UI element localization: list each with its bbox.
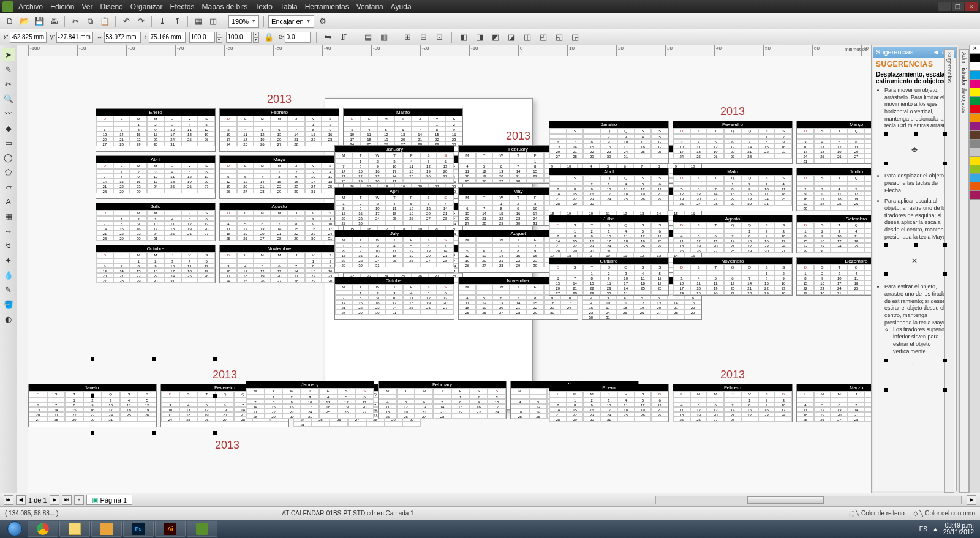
menu-ver[interactable]: Ver <box>81 2 92 11</box>
pick-tool-icon[interactable]: ➤ <box>2 48 15 61</box>
rotation-field[interactable] <box>285 32 311 43</box>
connector-tool-icon[interactable]: ↯ <box>2 239 15 252</box>
undo-icon[interactable]: ↶ <box>120 15 132 28</box>
selection-handle[interactable] <box>91 357 94 361</box>
options-icon[interactable]: ⚙ <box>317 15 329 28</box>
import-icon[interactable]: ⤓ <box>156 15 168 28</box>
menu-diseno[interactable]: Diseño <box>100 2 123 11</box>
next-page-icon[interactable]: ▶ <box>50 495 59 505</box>
calendar-object[interactable]: 2013EneroLMMJVSD123456789101112131415161… <box>549 368 871 422</box>
taskbar-illustrator[interactable]: Ai <box>155 521 186 537</box>
selection-handle[interactable] <box>152 357 156 361</box>
ruler-vertical[interactable] <box>17 56 28 493</box>
lock-ratio-icon[interactable]: 🔒 <box>263 31 275 43</box>
interactive-tool-icon[interactable]: ✦ <box>2 253 15 267</box>
taskbar-coreldraw[interactable] <box>187 521 217 537</box>
taskbar-app2[interactable] <box>91 521 122 537</box>
color-swatch[interactable] <box>970 62 980 71</box>
main-menu[interactable]: Archivo Edición Ver Diseño Organizar Efe… <box>18 2 412 11</box>
height-field[interactable] <box>149 32 186 43</box>
table-tool-icon[interactable]: ▦ <box>2 209 15 223</box>
color-swatch[interactable] <box>970 122 980 131</box>
calendar-object[interactable]: 2013JaneiroDSTQQSS1234567891011121314151… <box>549 105 871 296</box>
order-icon[interactable]: ▥ <box>378 31 390 43</box>
outline-indicator[interactable]: ◇ ╲ Color del contorno <box>913 510 975 517</box>
last-page-icon[interactable]: ⏭ <box>62 495 72 505</box>
color-swatch[interactable] <box>970 140 980 148</box>
color-swatch[interactable] <box>970 97 980 105</box>
freehand-tool-icon[interactable]: 〰 <box>2 106 15 120</box>
color-swatch[interactable] <box>970 88 980 97</box>
copy-icon[interactable]: ⧉ <box>84 15 96 28</box>
outline-tool-icon[interactable]: ✎ <box>2 283 15 296</box>
ungroup-icon[interactable]: ⊟ <box>418 31 430 43</box>
taskbar-chrome[interactable] <box>28 521 58 537</box>
dimension-tool-icon[interactable]: ↔ <box>2 224 15 237</box>
taskbar-photoshop[interactable]: Ps <box>123 521 154 537</box>
simplify-icon[interactable]: ◫ <box>521 31 533 43</box>
zoom-tool-icon[interactable]: 🔍 <box>2 92 15 105</box>
tray-lang[interactable]: ES <box>919 526 927 532</box>
menu-mapas[interactable]: Mapas de bits <box>202 2 248 11</box>
zoom-combo[interactable]: 190%▼ <box>228 15 259 28</box>
menu-tabla[interactable]: Tabla <box>280 2 298 11</box>
front-minus-back-icon[interactable]: ◰ <box>537 31 549 43</box>
ungroup-all-icon[interactable]: ⊡ <box>434 31 446 43</box>
scroll-right-icon[interactable]: ▶ <box>967 495 976 505</box>
color-palette[interactable]: ✕ <box>969 45 980 493</box>
ruler-horizontal[interactable]: milímetros-100-90-80-70-60-50-40-30-20-1… <box>28 45 871 56</box>
boundary-icon[interactable]: ◲ <box>569 31 581 43</box>
selection-handle[interactable] <box>213 357 217 361</box>
smart-fill-icon[interactable]: ◆ <box>2 121 15 135</box>
ruler-origin[interactable] <box>17 45 28 56</box>
color-swatch[interactable] <box>970 54 980 62</box>
menu-texto[interactable]: Texto <box>255 2 273 11</box>
docker-back-icon[interactable]: ◄ <box>932 48 939 56</box>
minimize-button[interactable]: ─ <box>938 2 951 11</box>
interactive-fill-icon[interactable]: ◐ <box>2 312 15 326</box>
scale-x-field[interactable] <box>189 32 215 43</box>
color-swatch[interactable] <box>970 114 980 122</box>
color-swatch[interactable] <box>970 71 980 80</box>
color-swatch[interactable] <box>970 80 980 88</box>
selection-handle[interactable] <box>91 394 94 398</box>
scale-y-field[interactable] <box>226 32 252 43</box>
menu-herramientas[interactable]: Herramientas <box>305 2 349 11</box>
width-field[interactable] <box>104 32 141 43</box>
export-icon[interactable]: ⤒ <box>171 15 183 28</box>
drawing-canvas[interactable]: 2013EneroDLMMJVS123456789101112131415161… <box>28 56 871 493</box>
fill-indicator[interactable]: ⬚ ╲ Color de relleno <box>849 510 905 517</box>
page-tab[interactable]: ▣Página 1 <box>86 495 132 505</box>
taskbar-explorer[interactable] <box>59 521 90 537</box>
pos-y-field[interactable] <box>56 32 93 43</box>
color-swatch[interactable] <box>970 148 980 157</box>
selection-handle[interactable] <box>152 431 156 435</box>
color-swatch[interactable] <box>970 157 980 165</box>
maximize-button[interactable]: ❐ <box>952 2 964 11</box>
scrollbar-horizontal[interactable] <box>655 496 962 504</box>
menu-archivo[interactable]: Archivo <box>18 2 43 11</box>
fill-tool-icon[interactable]: 🪣 <box>2 297 15 311</box>
combine-icon[interactable]: ◧ <box>458 31 470 43</box>
first-page-icon[interactable]: ⏮ <box>4 495 13 505</box>
new-icon[interactable]: 🗋 <box>4 15 16 28</box>
weld-icon[interactable]: ◨ <box>473 31 486 43</box>
trim-icon[interactable]: ◩ <box>489 31 502 43</box>
redo-icon[interactable]: ↷ <box>135 15 147 28</box>
docker-tabs[interactable]: Administrador de objetosSugerencias <box>958 45 969 493</box>
selection-handle[interactable] <box>91 431 94 435</box>
mirror-h-icon[interactable]: ⇋ <box>322 31 334 43</box>
add-page-icon[interactable]: ＋ <box>74 495 84 505</box>
align-icon[interactable]: ▤ <box>362 31 374 43</box>
menu-organizar[interactable]: Organizar <box>130 2 163 11</box>
color-swatch[interactable] <box>970 131 980 140</box>
app-launcher-icon[interactable]: ▦ <box>192 15 205 28</box>
menu-efectos[interactable]: Efectos <box>170 2 194 11</box>
snap-combo[interactable]: Encajar en▼ <box>268 15 314 28</box>
mirror-v-icon[interactable]: ⇵ <box>338 31 350 43</box>
prev-page-icon[interactable]: ◀ <box>16 495 26 505</box>
crop-tool-icon[interactable]: ✂ <box>2 77 15 91</box>
color-swatch[interactable] <box>970 174 980 182</box>
intersect-icon[interactable]: ◪ <box>505 31 518 43</box>
polygon-tool-icon[interactable]: ⬠ <box>2 165 15 179</box>
